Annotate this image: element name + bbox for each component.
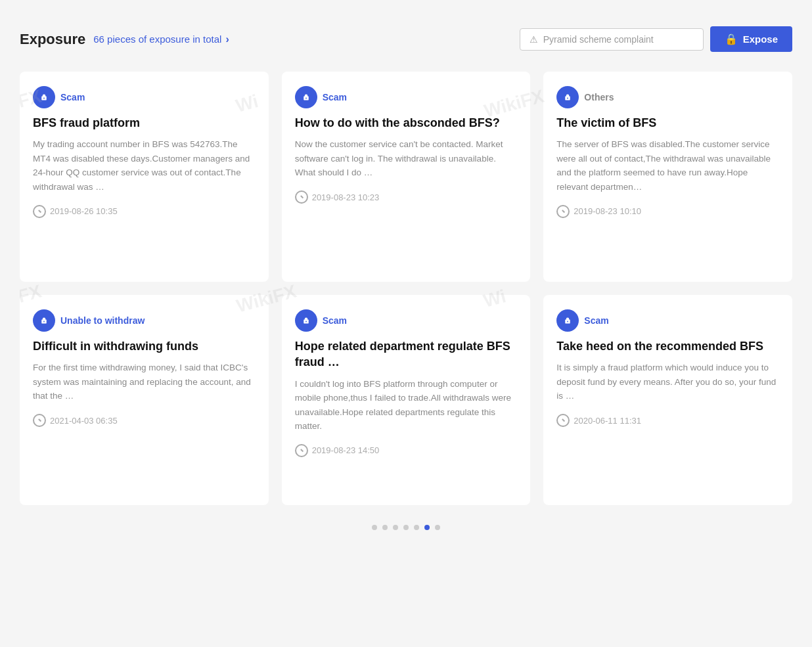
card-body-1: Now the customer service can't be contac…: [295, 137, 518, 180]
svg-point-9: [305, 321, 307, 323]
card-badge-4: Scam: [295, 309, 347, 332]
card-title-5: Take heed on the recommended BFS: [556, 338, 779, 354]
card-title-3: Difficult in withdrawing funds: [33, 338, 256, 354]
pagination-dot-6[interactable]: [435, 525, 440, 530]
card-body-4: I couldn't log into BFS platform through…: [295, 377, 518, 434]
svg-point-3: [305, 98, 307, 99]
badge-icon-3: [33, 309, 55, 332]
card-badge-1: Scam: [295, 86, 347, 108]
card-item-1[interactable]: Scam How to do with the absconded BFS? N…: [282, 72, 531, 282]
badge-icon-2: [556, 86, 579, 108]
card-title-1: How to do with the absconded BFS?: [295, 115, 518, 131]
svg-point-1: [43, 98, 45, 99]
card-body-2: The server of BFS was disabled.The custo…: [556, 137, 779, 194]
card-body-5: It is simply a fraud platform which woul…: [556, 361, 779, 403]
badge-icon-4: [295, 309, 317, 332]
page-wrapper: Exposure 66 pieces of exposure in total …: [0, 13, 812, 556]
card-item-5[interactable]: Scam Take heed on the recommended BFS It…: [543, 295, 792, 505]
expose-btn-icon: 🔒: [725, 33, 738, 45]
card-title-2: The victim of BFS: [556, 115, 779, 131]
clock-icon-5: [556, 414, 570, 427]
svg-point-7: [43, 321, 45, 323]
card-item-0[interactable]: Scam BFS fraud platform My trading accou…: [20, 72, 269, 282]
badge-label-2: Others: [584, 92, 614, 102]
complaint-placeholder-text: Pyramid scheme complaint: [543, 34, 654, 45]
exposure-count[interactable]: 66 pieces of exposure in total ›: [93, 33, 229, 46]
pagination-dot-3[interactable]: [403, 525, 409, 530]
card-item-4[interactable]: Scam Hope related department regulate BF…: [282, 295, 531, 505]
card-title-0: BFS fraud platform: [33, 115, 256, 131]
expose-btn-label: Expose: [743, 33, 778, 45]
card-badge-2: Others: [556, 86, 614, 108]
clock-icon-2: [556, 205, 570, 218]
card-footer-2: 2019-08-23 10:10: [556, 205, 779, 218]
svg-point-5: [567, 98, 568, 99]
card-footer-3: 2021-04-03 06:35: [33, 414, 256, 427]
card-footer-4: 2019-08-23 14:50: [295, 444, 518, 457]
card-badge-3: Unable to withdraw: [33, 309, 145, 332]
header-right: ⚠ Pyramid scheme complaint 🔒 Expose: [520, 26, 792, 52]
clock-icon-1: [295, 190, 308, 204]
card-body-3: For the first time withdrawing money, I …: [33, 361, 256, 403]
card-footer-1: 2019-08-23 10:23: [295, 190, 518, 204]
badge-icon-5: [556, 309, 579, 332]
exposure-count-link[interactable]: 66 pieces of exposure in total: [93, 33, 221, 46]
header: Exposure 66 pieces of exposure in total …: [20, 26, 792, 52]
header-left: Exposure 66 pieces of exposure in total …: [20, 31, 229, 48]
badge-label-4: Scam: [323, 315, 347, 326]
badge-label-5: Scam: [584, 315, 608, 326]
pagination: [20, 525, 792, 530]
badge-icon-0: [33, 86, 55, 108]
pagination-dot-5[interactable]: [424, 525, 430, 530]
card-title-4: Hope related department regulate BFS fra…: [295, 338, 518, 370]
card-badge-5: Scam: [556, 309, 608, 332]
chevron-right-icon: ›: [225, 33, 229, 45]
badge-icon-1: [295, 86, 317, 108]
pagination-dot-1[interactable]: [382, 525, 388, 530]
card-item-3[interactable]: Unable to withdraw Difficult in withdraw…: [20, 295, 269, 505]
card-badge-0: Scam: [33, 86, 85, 108]
clock-icon-0: [33, 205, 46, 218]
pagination-dot-2[interactable]: [393, 525, 398, 530]
clock-icon-4: [295, 444, 308, 457]
badge-label-1: Scam: [323, 92, 347, 102]
badge-label-3: Unable to withdraw: [60, 315, 145, 326]
complaint-input-box[interactable]: ⚠ Pyramid scheme complaint: [520, 28, 704, 51]
pagination-dot-4[interactable]: [414, 525, 419, 530]
card-date-2: 2019-08-23 10:10: [574, 206, 641, 216]
pagination-dot-0[interactable]: [372, 525, 377, 530]
card-footer-5: 2020-06-11 11:31: [556, 414, 779, 427]
card-body-0: My trading account number in BFS was 542…: [33, 137, 256, 194]
card-date-1: 2019-08-23 10:23: [312, 192, 380, 202]
svg-point-11: [567, 321, 568, 323]
card-item-2[interactable]: Others The victim of BFS The server of B…: [543, 72, 792, 282]
card-date-3: 2021-04-03 06:35: [50, 416, 118, 426]
card-date-4: 2019-08-23 14:50: [312, 445, 380, 455]
warning-icon: ⚠: [530, 34, 538, 45]
card-date-5: 2020-06-11 11:31: [574, 416, 641, 426]
card-date-0: 2019-08-26 10:35: [50, 206, 118, 216]
cards-grid: WikiFX Wi WikiFX WikiFX WikiFX Wi Scam B…: [20, 72, 792, 505]
clock-icon-3: [33, 414, 46, 427]
badge-label-0: Scam: [60, 92, 85, 102]
exposure-title: Exposure: [20, 31, 85, 48]
expose-button[interactable]: 🔒 Expose: [710, 26, 792, 52]
card-footer-0: 2019-08-26 10:35: [33, 205, 256, 218]
